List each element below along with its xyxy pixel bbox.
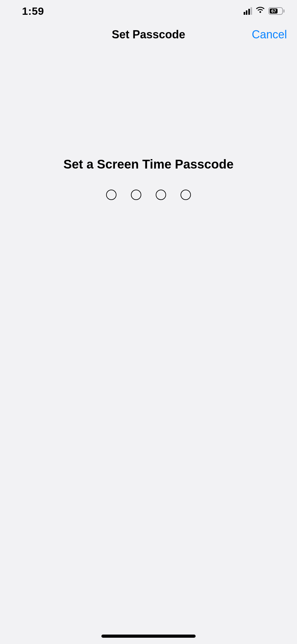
cellular-icon — [244, 7, 252, 15]
home-indicator[interactable] — [101, 635, 196, 638]
passcode-dot-3 — [156, 190, 166, 200]
navigation-bar: Set Passcode Cancel — [0, 22, 297, 47]
wifi-icon — [255, 7, 265, 15]
passcode-dots — [106, 190, 191, 200]
content-area: Set a Screen Time Passcode — [0, 47, 297, 200]
passcode-dot-1 — [106, 190, 116, 200]
battery-icon: 67 — [268, 7, 284, 15]
passcode-prompt: Set a Screen Time Passcode — [63, 157, 234, 171]
status-icons: 67 — [244, 7, 285, 15]
cancel-button[interactable]: Cancel — [252, 28, 287, 41]
page-title: Set Passcode — [112, 28, 185, 41]
battery-level: 67 — [271, 8, 276, 14]
status-bar: 1:59 67 — [0, 0, 297, 22]
status-time: 1:59 — [22, 5, 44, 17]
passcode-dot-4 — [181, 190, 191, 200]
passcode-dot-2 — [131, 190, 141, 200]
